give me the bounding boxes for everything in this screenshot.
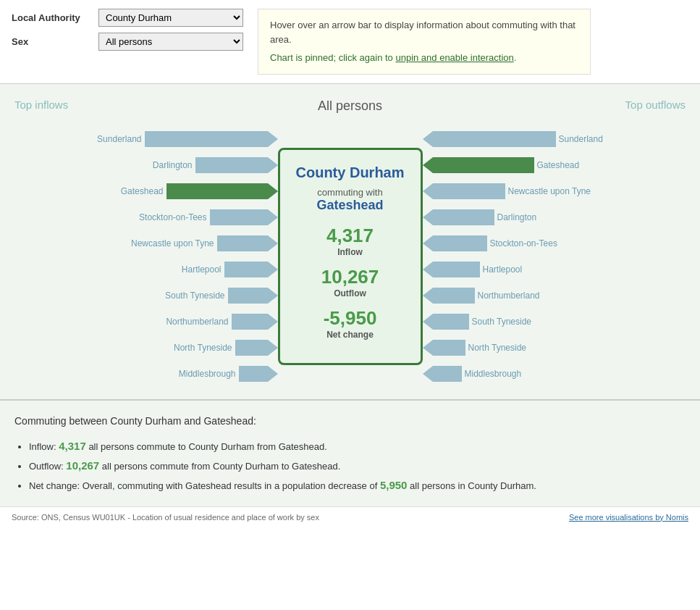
summary-list: Inflow: 4,317 all persons commute to Cou…	[29, 436, 686, 495]
controls-left: Local Authority County Durham Sex All pe…	[12, 9, 243, 51]
summary-outflow-item: Outflow: 10,267 all persons commute from…	[29, 456, 686, 475]
summary-title: Commuting between County Durham and Gate…	[14, 412, 686, 430]
summary-outflow-label: Outflow:	[29, 461, 64, 472]
inflow-label: Sunderland	[97, 134, 141, 144]
inflow-row[interactable]: Hartlepool	[32, 259, 278, 280]
outflow-value: 10,267	[287, 266, 413, 288]
top-inflows-label: Top inflows	[14, 99, 68, 111]
summary-net-item: Net change: Overall, commuting with Gate…	[29, 475, 686, 495]
outflow-label: Gateshead	[537, 160, 580, 170]
inflow-label: Newcastle upon Tyne	[131, 238, 214, 248]
outflow-label: Newcastle upon Tyne	[508, 186, 591, 196]
hover-info-text: Hover over an arrow bar to display infor…	[270, 18, 578, 46]
partner-name: Gateshead	[287, 198, 413, 213]
outflow-row[interactable]: Gateshead	[423, 154, 669, 176]
sex-row: Sex All personsMalesFemales	[12, 33, 243, 51]
outflow-label: Darlington	[497, 212, 537, 222]
inflow-row[interactable]: North Tyneside	[32, 337, 278, 359]
pin-link[interactable]: unpin and enable interaction	[395, 52, 513, 63]
inflow-row[interactable]: Newcastle upon Tyne	[32, 233, 278, 254]
inflow-label: North Tyneside	[174, 343, 232, 353]
center-box[interactable]: County Durham commuting with Gateshead 4…	[278, 148, 423, 365]
inflow-label: Stockton-on-Tees	[139, 212, 206, 222]
sex-select[interactable]: All personsMalesFemales	[98, 33, 243, 51]
inflow-label: Darlington	[153, 160, 193, 170]
outflow-label: Outflow	[287, 288, 413, 298]
summary-box: Commuting between County Durham and Gate…	[0, 400, 700, 506]
outflow-row[interactable]: Stockton-on-Tees	[423, 233, 669, 254]
commuting-with-label: commuting with	[287, 187, 413, 198]
pin-suffix: .	[514, 52, 517, 63]
inflow-row[interactable]: Gateshead	[32, 180, 278, 202]
summary-inflow-label: Inflow:	[29, 441, 56, 452]
outflow-label: South Tyneside	[472, 317, 532, 327]
summary-outflow-value: 10,267	[66, 459, 99, 472]
inflow-label: Middlesbrough	[179, 369, 236, 379]
outflow-row[interactable]: Sunderland	[423, 128, 669, 150]
outflow-label: North Tyneside	[468, 343, 527, 353]
inflow-row[interactable]: Sunderland	[32, 128, 278, 150]
summary-net-value: 5,950	[380, 479, 408, 491]
summary-net-label: Net change:	[29, 480, 80, 491]
inflow-row[interactable]: South Tyneside	[32, 285, 278, 306]
local-authority-row: Local Authority County Durham	[12, 9, 243, 27]
inflow-row[interactable]: Northumberland	[32, 311, 278, 333]
inflow-row[interactable]: Stockton-on-Tees	[32, 206, 278, 228]
net-value: -5,950	[287, 307, 413, 330]
summary-inflow-item: Inflow: 4,317 all persons commute to Cou…	[29, 436, 686, 456]
outflow-row[interactable]: Middlesbrough	[423, 363, 669, 385]
summary-inflow-value: 4,317	[59, 440, 86, 452]
center-area-name: County Durham	[287, 164, 413, 181]
outflow-row[interactable]: Hartlepool	[423, 259, 669, 280]
chart-layout: SunderlandDarlingtonGatesheadStockton-on…	[7, 128, 693, 385]
inflows-column: SunderlandDarlingtonGatesheadStockton-on…	[32, 128, 278, 385]
outflow-label: Stockton-on-Tees	[490, 238, 557, 248]
inflow-row[interactable]: Middlesbrough	[32, 363, 278, 385]
source-text: Source: ONS, Census WU01UK - Location of…	[12, 513, 319, 522]
footer: Source: ONS, Census WU01UK - Location of…	[0, 506, 700, 527]
outflow-row[interactable]: Northumberland	[423, 285, 669, 306]
top-outflows-label: Top outflows	[625, 99, 686, 111]
outflows-column: SunderlandGatesheadNewcastle upon TyneDa…	[423, 128, 669, 385]
summary-outflow-text: all persons commute from County Durham t…	[102, 461, 340, 472]
inflow-label: Inflow	[287, 247, 413, 257]
inflow-row[interactable]: Darlington	[32, 154, 278, 176]
inflow-label: South Tyneside	[165, 291, 225, 301]
inflow-value: 4,317	[287, 225, 413, 247]
summary-net-text: Overall, commuting with Gateshead result…	[83, 480, 380, 491]
outflow-label: Sunderland	[559, 134, 603, 144]
inflow-label: Northumberland	[166, 317, 228, 327]
local-authority-label: Local Authority	[12, 12, 91, 23]
chart-title: All persons	[7, 99, 693, 114]
outflow-label: Northumberland	[478, 291, 540, 301]
outflow-row[interactable]: Newcastle upon Tyne	[423, 180, 669, 202]
local-authority-select[interactable]: County Durham	[98, 9, 243, 27]
inflow-label: Gateshead	[121, 186, 164, 196]
chart-area: Top inflows Top outflows All persons Sun…	[0, 83, 700, 400]
info-box: Hover over an arrow bar to display infor…	[258, 9, 591, 75]
inflow-label: Hartlepool	[182, 264, 222, 275]
net-label: Net change	[287, 330, 413, 340]
outflow-row[interactable]: North Tyneside	[423, 337, 669, 359]
outflow-row[interactable]: South Tyneside	[423, 311, 669, 333]
pin-prefix: Chart is pinned; click again to	[270, 52, 395, 63]
sex-label: Sex	[12, 36, 91, 47]
top-controls: Local Authority County Durham Sex All pe…	[0, 0, 700, 83]
outflow-label: Hartlepool	[483, 264, 523, 275]
outflow-row[interactable]: Darlington	[423, 206, 669, 228]
summary-inflow-text: all persons commute to County Durham fro…	[88, 441, 326, 452]
pin-info-text: Chart is pinned; click again to unpin an…	[270, 51, 578, 65]
outflow-label: Middlesbrough	[465, 369, 522, 379]
nomis-link[interactable]: See more visualisations by Nomis	[569, 513, 688, 522]
summary-net-text2: all persons in County Durham.	[410, 480, 536, 491]
